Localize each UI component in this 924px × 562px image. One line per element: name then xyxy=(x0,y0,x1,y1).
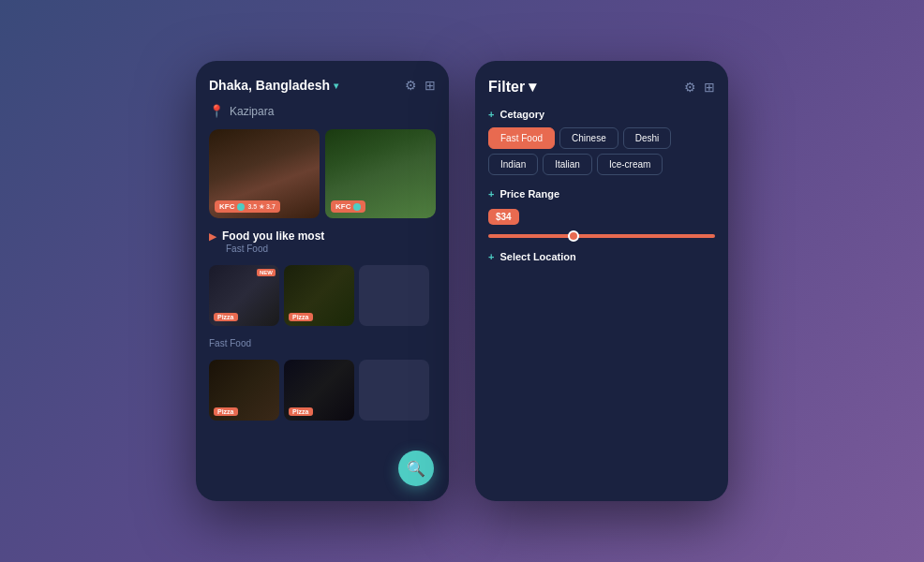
pizza-badge-1: Pizza xyxy=(214,313,238,321)
verified-icon-2 xyxy=(353,203,361,211)
category-grid: Fast Food Chinese Deshi Indian Italian I… xyxy=(488,127,715,175)
right-phone: Filter ▾ ⚙ ⊞ + Cetagory Fast Food Chines… xyxy=(475,61,728,501)
new-badge: NEW xyxy=(257,269,276,276)
cat-btn-deshi[interactable]: Deshi xyxy=(623,127,672,149)
price-range-section: + Price Range $34 xyxy=(488,188,715,238)
category-plus-icon: + xyxy=(488,109,494,120)
pin-icon: 📍 xyxy=(209,104,224,118)
kfc-badge-1: KFC 3.5 ★ 3.7 xyxy=(215,200,280,213)
food-card-cereal[interactable]: NEW Pizza xyxy=(209,265,279,326)
cat-btn-icecream[interactable]: Ice-cream xyxy=(597,154,663,175)
cat-btn-italian[interactable]: Italian xyxy=(543,154,592,175)
section1-subtitle: Fast Food xyxy=(226,244,436,254)
food-card-berry[interactable]: Pizza xyxy=(284,360,354,421)
left-phone-header: Dhaka, Bangladesh ▾ ⚙ ⊞ xyxy=(209,78,436,93)
section1-title: Food you like most xyxy=(222,229,324,243)
category-section: + Cetagory Fast Food Chinese Deshi India… xyxy=(488,109,715,175)
filter-icon[interactable]: ⚙ xyxy=(405,78,417,93)
filter-chevron: ▾ xyxy=(529,78,536,96)
select-location-title: Select Location xyxy=(499,251,575,262)
kfc-rating-1: 3.5 ★ 3.7 xyxy=(247,203,275,211)
section2-subtitle: Fast Food xyxy=(209,338,436,348)
food-card-burger[interactable]: Pizza xyxy=(209,360,279,421)
filter-grid-icon[interactable]: ⊞ xyxy=(704,80,715,95)
filter-title-row: Filter ▾ xyxy=(488,78,536,96)
price-slider-track[interactable] xyxy=(488,234,715,238)
price-value: $34 xyxy=(488,209,519,225)
map-section: Staroměstské náměstí Platnerská Žitný or… xyxy=(475,279,728,501)
food-card-lemon[interactable]: Pizza xyxy=(284,265,354,326)
section1-arrow: ▶ xyxy=(209,231,216,242)
grid-icon[interactable]: ⊞ xyxy=(425,78,436,93)
filter-header-icons: ⚙ ⊞ xyxy=(684,80,715,95)
kfc-badge-2: KFC xyxy=(331,200,365,213)
cat-btn-chinese[interactable]: Chinese xyxy=(559,127,618,149)
filter-settings-icon[interactable]: ⚙ xyxy=(684,80,696,95)
section1-title-row: ▶ Food you like most xyxy=(209,229,436,243)
verified-icon xyxy=(237,203,245,211)
price-value-label: $34 xyxy=(488,207,715,225)
search-icon: 🔍 xyxy=(407,460,425,478)
location-subtitle: Kazipara xyxy=(230,105,274,118)
location-text: Dhaka, Bangladesh xyxy=(209,78,330,93)
location-title[interactable]: Dhaka, Bangladesh ▾ xyxy=(209,78,338,93)
food-grid-1: NEW Pizza Pizza xyxy=(209,265,436,326)
pizza-badge-3: Pizza xyxy=(214,407,238,416)
cat-btn-indian[interactable]: Indian xyxy=(488,154,538,175)
feat-img-1[interactable]: KFC 3.5 ★ 3.7 xyxy=(209,129,320,218)
screens-container: Dhaka, Bangladesh ▾ ⚙ ⊞ 📍 Kazipara KFC 3… xyxy=(196,61,728,501)
feat-img-2[interactable]: KFC xyxy=(325,129,436,218)
featured-images: KFC 3.5 ★ 3.7 KFC xyxy=(209,129,436,218)
location-chevron: ▾ xyxy=(334,81,338,91)
category-title: Cetagory xyxy=(499,109,544,120)
filter-title-text: Filter xyxy=(488,79,525,96)
left-phone: Dhaka, Bangladesh ▾ ⚙ ⊞ 📍 Kazipara KFC 3… xyxy=(196,61,449,501)
select-location-row: + Select Location xyxy=(488,251,715,266)
food-card-extra2 xyxy=(359,360,429,421)
filter-header: Filter ▾ ⚙ ⊞ xyxy=(488,78,715,96)
price-range-title: Price Range xyxy=(499,188,559,200)
pizza-badge-2: Pizza xyxy=(289,313,313,321)
location-row: 📍 Kazipara xyxy=(209,104,436,118)
price-plus-icon: + xyxy=(488,188,494,200)
price-range-title-row: + Price Range xyxy=(488,188,715,200)
food-card-extra1 xyxy=(359,265,429,326)
cat-btn-fastfood[interactable]: Fast Food xyxy=(488,127,555,149)
category-title-row: + Cetagory xyxy=(488,109,715,120)
price-slider-thumb[interactable] xyxy=(568,230,579,242)
section1: ▶ Food you like most Fast Food xyxy=(209,229,436,254)
pizza-badge-4: Pizza xyxy=(289,407,313,416)
kfc-label-1: KFC xyxy=(219,202,234,211)
header-icons: ⚙ ⊞ xyxy=(405,78,436,93)
fab-search-button[interactable]: 🔍 xyxy=(398,451,434,486)
kfc-label-2: KFC xyxy=(335,202,350,211)
food-grid-2: Pizza Pizza xyxy=(209,360,436,421)
location-plus-icon: + xyxy=(488,251,494,262)
